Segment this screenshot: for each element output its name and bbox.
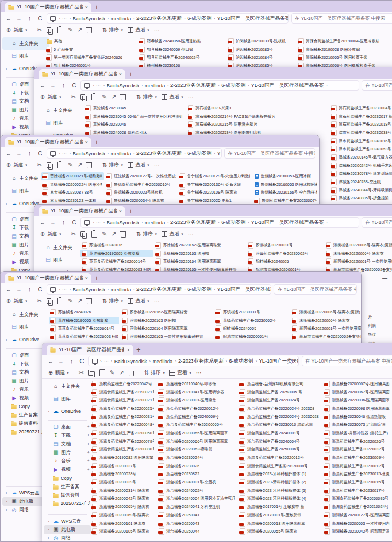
file-item[interactable]: 辽沈械备20200127号-一次性使用皮肤点刺针 (105, 172, 177, 180)
copy-icon[interactable] (47, 162, 51, 168)
file-item[interactable]: 浙台械备-台州露华机械有限公司 (238, 380, 321, 388)
file-item[interactable]: 沪闵械备20210083号 (227, 46, 295, 54)
copy-icon[interactable] (47, 27, 51, 33)
file-item[interactable]: 浙台械备20240004-医用风冷无油空气压缩机 (157, 495, 237, 503)
file-item[interactable]: 列脑 (366, 321, 389, 330)
close-tab-icon[interactable]: × (127, 347, 130, 353)
file-item[interactable]: 浙台药监械生产备20220024号-202308 (238, 404, 321, 413)
file-item[interactable]: 湘衡械备20220006号-隔离衣 (291, 317, 361, 325)
search-input[interactable]: 在 YL-10国产一类医疗器械产品备案 中搜索 (291, 13, 392, 24)
new-button[interactable]: ⊕ 新建 ▾ (6, 162, 27, 168)
new-tab-button[interactable]: + (95, 4, 99, 10)
file-item[interactable]: 浙温械备20200067号-医用隔离面罩 (323, 380, 391, 388)
minimize-button[interactable]: — (382, 275, 387, 281)
share-icon[interactable]: ↗ (77, 298, 82, 304)
breadcrumb-segment[interactable]: YL-10国产一类医疗器械产品备案 (259, 358, 299, 365)
breadcrumb[interactable]: › ⋯ › BaiduSyncdisk›medlinda›2-2023业务体系更… (47, 148, 222, 159)
share-icon[interactable]: ↗ (111, 231, 116, 238)
file-item[interactable]: 浙嘉食药监械生产备20200079号 (90, 437, 156, 446)
breadcrumb-ellipsis[interactable]: ⋯ (62, 16, 67, 21)
file-item[interactable]: 浙温药监械生产备20220032号 (323, 446, 391, 454)
more-options-button[interactable]: ⋯ (154, 298, 160, 304)
share-icon[interactable]: ↗ (119, 369, 124, 376)
file-item[interactable]: 苏苏食药监械生产备20226003-柯医人 (49, 333, 119, 341)
breadcrumb-segment[interactable]: BaiduSyncdisk (107, 83, 139, 88)
file-item[interactable]: 浙嘉械备20200028号 (90, 470, 156, 479)
more-options-button[interactable]: ⋯ (188, 94, 194, 100)
file-item[interactable]: 浙温械备20220098-医用隔离面罩 (323, 404, 391, 413)
delete-icon[interactable] (87, 28, 92, 33)
search-input[interactable]: 在 YL-10国产一类医疗器械产品备案 中搜索 (302, 356, 392, 366)
file-item[interactable]: 浙台药监械生产备20250006号 (238, 446, 321, 454)
new-button[interactable]: ⊕ 新建 ▾ (6, 27, 27, 33)
rename-icon[interactable]: ✎ (110, 369, 114, 376)
new-button[interactable]: ⊕ 新建 ▾ (6, 298, 27, 304)
breadcrumb-ellipsis[interactable]: ⋯ (62, 287, 67, 292)
share-icon[interactable]: ↗ (111, 94, 116, 100)
breadcrumb-segment[interactable]: 6-成功案例 (187, 150, 211, 157)
file-item[interactable]: 浙温械备2023-牙科种植扫描体 (4) (238, 495, 321, 503)
search-input[interactable]: 在 YL-10国产一类医疗器械产品备案 中搜索 (224, 148, 315, 159)
breadcrumb-segment[interactable]: medlinda (111, 151, 131, 156)
breadcrumb-ellipsis[interactable]: ⋯ (62, 151, 67, 156)
up-button[interactable]: ↑ (26, 286, 33, 292)
share-icon[interactable]: ↗ (77, 27, 82, 33)
breadcrumb-segment[interactable]: 2-2023业务体系更新 (136, 150, 182, 157)
paste-icon[interactable] (99, 369, 105, 376)
file-item[interactable]: 津市药监械生产备20240016号 (330, 137, 392, 145)
up-button[interactable]: ↑ (26, 15, 33, 21)
file-item[interactable]: 新乌市监械生产备20250002备案凭证 (291, 333, 361, 341)
rename-icon[interactable]: ✎ (102, 231, 107, 238)
file-item[interactable]: 浙台食药监械生产备20200065号 (157, 421, 237, 429)
file-item[interactable]: 湘衡械备20220006号-隔离衣(更新) (325, 241, 392, 250)
file-item[interactable]: 晋徐械备20200022号-医用冷敷贴 (41, 180, 104, 189)
forward-button[interactable]: → (15, 286, 23, 292)
forward-button[interactable]: → (49, 219, 57, 225)
file-item[interactable]: 浙温械备20200067号-医用隔离面罩-新 (323, 388, 391, 397)
breadcrumb-segment[interactable]: YL-10国产一类医疗器械产品备案 (217, 286, 271, 293)
file-item[interactable]: 京大械备20230087-88号 (41, 188, 104, 197)
breadcrumb-segment[interactable]: 2-2023业务体系更新 (170, 219, 216, 226)
file-item[interactable]: 冀石械备20200215号-医用激光胶片 (187, 120, 321, 129)
copy-icon[interactable] (88, 370, 93, 376)
file-item[interactable]: 苏镇械备20230031号 (214, 308, 289, 317)
file-item[interactable]: 沪闵械备20210084号 (227, 53, 295, 62)
file-item[interactable]: 浙温药监械生产备20230012号 (323, 462, 391, 470)
file-item[interactable]: 浙嘉械备20200029号 (90, 478, 156, 487)
file-item[interactable]: 湘衡械备20220006号-隔离衣 (325, 250, 392, 258)
file-item[interactable]: 浙台械备20240001号-空压机 (157, 478, 237, 487)
new-tab-button[interactable]: + (136, 346, 141, 353)
file-item[interactable]: 浙台药监械生产备20240001号 (238, 429, 321, 437)
file-item[interactable]: 片 (366, 312, 389, 321)
file-item[interactable]: 冀保械备20190028-医用冷敷贴 (297, 46, 392, 54)
file-item[interactable]: 浙台械备20250041 (157, 511, 237, 520)
file-item[interactable]: 浙温药监械生产备20220026号 (323, 437, 391, 446)
more-options-button[interactable]: ⋯ (196, 369, 202, 376)
breadcrumb-segment[interactable]: medlinda (153, 358, 173, 364)
file-item[interactable]: 浙温械备20220036-医用隔离面罩 (323, 396, 391, 404)
sort-button[interactable]: ⇅ 排序 ▾ (136, 231, 157, 238)
file-item[interactable]: 冀沧械备20230046 (84, 120, 185, 129)
file-item[interactable]: 浙嘉械备20200042号-隔离衣 (90, 495, 156, 503)
file-item[interactable]: 鄂孝械备20240058-医用退热贴 (138, 37, 225, 46)
file-item[interactable]: 津械备20240885号-折叠担架 (330, 195, 392, 203)
file-item[interactable]: 浙金药监械生产备20240009号 (157, 413, 237, 421)
file-item[interactable]: 浙台药监械生产备 20250005 号 (238, 388, 321, 397)
file-item[interactable]: 皖蚌械备20240005 (247, 257, 323, 266)
delete-icon[interactable] (87, 299, 92, 304)
search-input[interactable]: 在 YL-10国产一类医疗器械产品备案 中搜索 (362, 80, 392, 91)
file-item[interactable]: 冀石械备2023-兴康3 (187, 104, 321, 112)
view-button[interactable]: 查看 ▾ (162, 94, 183, 100)
file-item[interactable]: 冀石药监械生产备20230004号 (330, 104, 392, 112)
breadcrumb-segment[interactable]: BaiduSyncdisk (107, 220, 139, 225)
file-item[interactable]: 苏徐械备20220162-医用隔离鞋套 (154, 241, 245, 250)
breadcrumb-segment[interactable]: 6-成功案例 (221, 219, 245, 226)
file-item[interactable]: 浙温械备20230046-低温热塑板 (323, 413, 391, 421)
file-item[interactable]: 浙湖械备20200127号-医用隔离面罩 (323, 511, 391, 520)
file-item[interactable]: 第一类医疗器械生产备案凭证20240626 (45, 53, 137, 62)
rename-icon[interactable]: ✎ (102, 94, 107, 100)
file-item[interactable]: 浙金药监械生产备20220012号 (157, 404, 237, 413)
refresh-button[interactable]: C (78, 358, 86, 364)
file-item[interactable]: 浙杭药监械生产备20220042号 (90, 380, 156, 388)
explorer-tab[interactable]: YL-10国产一类医疗器械产品备... × (39, 206, 125, 216)
